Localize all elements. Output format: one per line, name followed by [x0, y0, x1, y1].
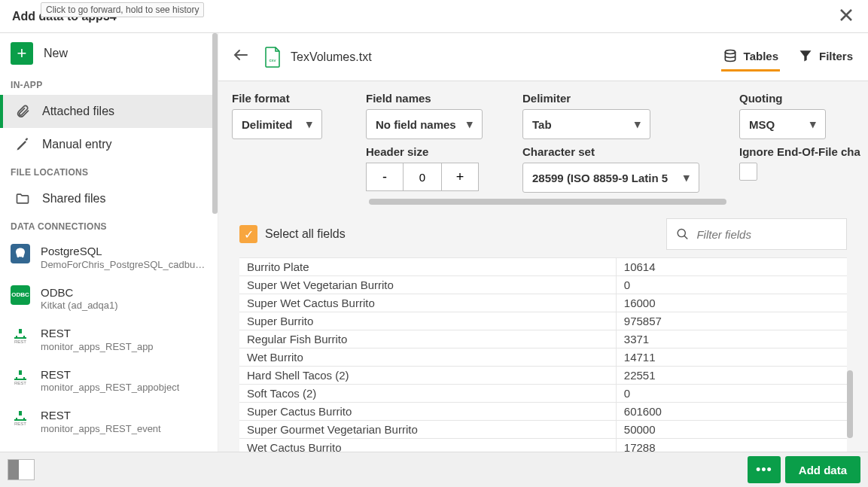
sidebar-item-attached-files[interactable]: Attached files	[0, 95, 218, 128]
sidebar-item-label: Attached files	[42, 105, 114, 118]
rest-icon: REST	[11, 408, 30, 428]
charset-label: Character set	[522, 145, 733, 158]
odbc-icon: ODBC	[11, 285, 30, 305]
new-label: New	[44, 47, 68, 60]
table-row[interactable]: Regular Fish Burrito3371	[239, 330, 847, 349]
table-row[interactable]: Super Gourmet Vegetarian Burrito50000	[239, 421, 847, 439]
connection-subtitle: monitor_apps_REST_event	[41, 423, 161, 434]
connection-odbc[interactable]: ODBC ODBC Kitkat (ad_adqa1)	[0, 278, 218, 319]
back-button[interactable]	[232, 46, 250, 68]
more-options-button[interactable]: •••	[748, 456, 781, 483]
connection-title: REST	[41, 408, 161, 423]
cell-name: Super Cactus Burrito	[239, 403, 616, 421]
close-button[interactable]	[833, 4, 859, 29]
chevron-down-icon: ▾	[467, 117, 473, 131]
file-name: TexVolumes.txt	[291, 50, 721, 64]
cell-name: Burrito Plate	[239, 258, 616, 276]
layout-toggle[interactable]	[8, 459, 35, 480]
plus-icon: +	[11, 42, 33, 65]
sidebar-item-label: Manual entry	[42, 138, 112, 151]
filter-fields-input[interactable]	[666, 218, 847, 250]
cell-name: Regular Fish Burrito	[239, 330, 616, 349]
charset-select[interactable]: 28599 (ISO 8859-9 Latin 5 ▾	[522, 163, 699, 193]
horizontal-scrollbar[interactable]	[369, 199, 726, 205]
connection-rest-2[interactable]: REST REST monitor_apps_REST_appobject	[0, 360, 218, 401]
table-row[interactable]: Super Wet Vegetarian Burrito0	[239, 276, 847, 294]
connection-rest-3[interactable]: REST REST monitor_apps_REST_event	[0, 400, 218, 442]
tab-label: Tables	[744, 50, 778, 62]
section-file-locations: FILE LOCATIONS	[0, 161, 218, 182]
table-row[interactable]: Wet Cactus Burrito17288	[239, 439, 847, 452]
file-format-label: File format	[232, 92, 360, 105]
cell-value: 22551	[616, 367, 847, 385]
table-row[interactable]: Super Wet Cactus Burrito16000	[239, 294, 847, 312]
chevron-down-icon: ▾	[684, 171, 690, 184]
connection-subtitle: DemoForChris_PostgreSQL_cadbury....	[41, 259, 207, 270]
new-button[interactable]: + New	[0, 33, 218, 74]
cell-value: 975857	[616, 312, 847, 330]
section-inapp: IN-APP	[0, 74, 218, 95]
filter-icon	[798, 48, 813, 63]
sidebar: + New IN-APP Attached files Manual entry…	[0, 33, 218, 452]
cell-name: Super Wet Cactus Burrito	[239, 294, 616, 312]
cell-value: 50000	[616, 421, 847, 439]
sidebar-item-manual-entry[interactable]: Manual entry	[0, 128, 218, 161]
config-panel: File format Delimited ▾ Field names No f…	[218, 81, 868, 197]
header-size-stepper[interactable]: - +	[366, 163, 516, 191]
quoting-select[interactable]: MSQ ▾	[739, 109, 826, 139]
quoting-label: Quoting	[739, 92, 867, 105]
select-all-fields[interactable]: ✓ Select all fields	[239, 225, 346, 243]
svg-point-8	[678, 229, 685, 236]
file-format-select[interactable]: Delimited ▾	[232, 109, 322, 139]
postgresql-icon	[11, 244, 30, 263]
table-row[interactable]: Hard Shell Tacos (2)22551	[239, 367, 847, 385]
file-header: csv TexVolumes.txt Tables Filters	[218, 33, 868, 81]
cell-name: Super Burrito	[239, 312, 616, 330]
cell-value: 10614	[616, 258, 847, 276]
header-size-label: Header size	[366, 145, 516, 158]
svg-text:csv: csv	[270, 58, 276, 62]
field-names-select[interactable]: No field names ▾	[366, 109, 483, 139]
fields-toolbar: ✓ Select all fields	[218, 211, 868, 257]
svg-text:REST: REST	[14, 422, 26, 426]
filter-input[interactable]	[696, 228, 837, 241]
rest-icon: REST	[11, 326, 30, 345]
section-data-connections: DATA CONNECTIONS	[0, 215, 218, 236]
add-data-button[interactable]: Add data	[785, 456, 860, 483]
table-row[interactable]: Wet Burrito14711	[239, 349, 847, 367]
stepper-minus[interactable]: -	[366, 163, 404, 191]
vertical-scrollbar[interactable]	[847, 370, 853, 438]
tab-filters[interactable]: Filters	[796, 42, 854, 72]
delimiter-select[interactable]: Tab ▾	[522, 109, 650, 139]
table-row[interactable]: Super Cactus Burrito601600	[239, 403, 847, 421]
connection-postgresql[interactable]: PostgreSQL DemoForChris_PostgreSQL_cadbu…	[0, 236, 218, 278]
table-row[interactable]: Soft Tacos (2)0	[239, 385, 847, 403]
field-names-label: Field names	[366, 92, 516, 105]
paperclip-icon	[14, 104, 32, 119]
stepper-value[interactable]	[404, 163, 441, 191]
dialog-footer: ••• Add data	[0, 452, 868, 487]
pencil-icon	[14, 137, 32, 152]
stepper-plus[interactable]: +	[441, 163, 479, 191]
tables-icon	[723, 48, 738, 63]
checkbox-checked-icon: ✓	[239, 225, 257, 243]
connection-subtitle: monitor_apps_REST_appobject	[41, 382, 179, 393]
sidebar-item-shared-files[interactable]: Shared files	[0, 182, 218, 215]
close-icon	[839, 8, 853, 22]
select-all-label: Select all fields	[265, 227, 346, 241]
cell-name: Wet Cactus Burrito	[239, 439, 616, 452]
svg-rect-0	[19, 329, 22, 333]
ignore-eof-checkbox[interactable]	[739, 163, 757, 181]
table-row[interactable]: Burrito Plate10614	[239, 258, 847, 276]
forward-tooltip: Click to go forward, hold to see history	[41, 2, 204, 17]
svg-rect-2	[19, 370, 22, 375]
sidebar-scrollbar[interactable]	[212, 33, 218, 214]
data-table: Burrito Plate10614Super Wet Vegetarian B…	[239, 257, 847, 452]
connection-title: REST	[41, 326, 154, 341]
connection-rest-1[interactable]: REST REST monitor_apps_REST_app	[0, 318, 218, 360]
svg-text:REST: REST	[14, 381, 26, 385]
table-row[interactable]: Super Burrito975857	[239, 312, 847, 330]
tab-tables[interactable]: Tables	[721, 42, 780, 72]
cell-name: Hard Shell Tacos (2)	[239, 367, 616, 385]
connection-title: REST	[41, 367, 179, 382]
